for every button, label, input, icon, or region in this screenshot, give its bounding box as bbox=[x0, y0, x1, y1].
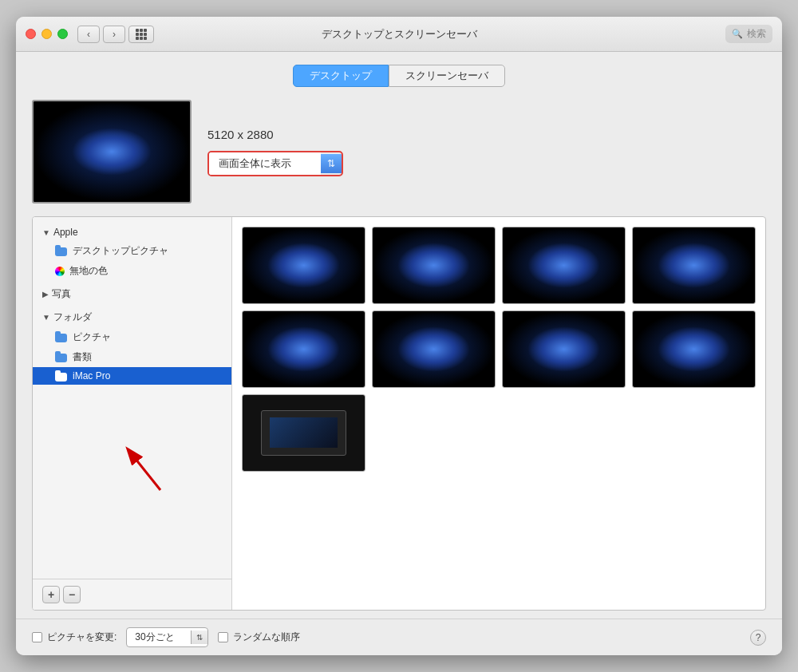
tab-screensaver[interactable]: スクリーンセーバ bbox=[389, 65, 505, 87]
sidebar-item-pictures[interactable]: ピクチャ bbox=[33, 327, 231, 347]
interval-label: 30分ごと bbox=[127, 628, 191, 646]
segment-control: デスクトップ スクリーンセーバ bbox=[293, 65, 505, 87]
remove-folder-button[interactable]: − bbox=[63, 586, 81, 603]
wallpaper-thumb-4[interactable] bbox=[632, 227, 756, 304]
change-picture-label: ピクチャを変更: bbox=[47, 630, 117, 644]
sidebar-photos-label: 写真 bbox=[52, 287, 71, 301]
sidebar-section-folders: ▼ フォルダ ピクチャ bbox=[33, 307, 231, 385]
sidebar-pictures-label: ピクチャ bbox=[73, 330, 111, 344]
grid-icon bbox=[136, 29, 147, 40]
preview-area: 5120 x 2880 画面全体に表示 ⇅ bbox=[32, 100, 766, 204]
preview-image bbox=[34, 101, 190, 202]
sidebar-apple-label: Apple bbox=[53, 227, 78, 238]
window-title: デスクトップとスクリーンセーバ bbox=[322, 27, 477, 42]
sidebar-footer: + − bbox=[33, 579, 231, 610]
sidebar-item-documents[interactable]: 書類 bbox=[33, 347, 231, 367]
maximize-button[interactable] bbox=[57, 29, 68, 39]
add-folder-button[interactable]: + bbox=[42, 586, 60, 603]
folder-icon-documents bbox=[55, 352, 68, 362]
sidebar-content: ▼ Apple デスクトップピクチャ 無地の色 bbox=[33, 217, 231, 579]
sidebar-header-apple[interactable]: ▼ Apple bbox=[33, 223, 231, 241]
wallpaper-thumb-8[interactable] bbox=[632, 310, 756, 388]
preview-info: 5120 x 2880 画面全体に表示 ⇅ bbox=[207, 128, 343, 176]
wallpaper-thumb-2[interactable] bbox=[372, 227, 496, 304]
folder-icon-pictures bbox=[55, 332, 68, 342]
interval-arrow-icon[interactable]: ⇅ bbox=[191, 630, 207, 644]
random-order-row: ランダムな順序 bbox=[218, 630, 300, 644]
random-order-label: ランダムな順序 bbox=[233, 630, 300, 644]
preview-thumbnail bbox=[32, 100, 192, 204]
sidebar-folders-label: フォルダ bbox=[53, 310, 92, 324]
help-button[interactable]: ? bbox=[750, 630, 766, 646]
space-glow-decoration bbox=[72, 128, 152, 176]
fit-arrow-icon[interactable]: ⇅ bbox=[321, 154, 342, 173]
sidebar-item-desktop-pictures[interactable]: デスクトップピクチャ bbox=[33, 241, 231, 261]
sidebar-item-solid-colors[interactable]: 無地の色 bbox=[33, 261, 231, 281]
wallpaper-thumb-6[interactable] bbox=[372, 310, 496, 388]
wallpaper-grid bbox=[232, 217, 765, 610]
random-order-checkbox[interactable] bbox=[218, 632, 228, 642]
expand-icon-photos: ▶ bbox=[42, 290, 49, 298]
forward-button[interactable]: › bbox=[103, 26, 125, 43]
nav-buttons: ‹ › bbox=[77, 26, 125, 43]
titlebar: ‹ › デスクトップとスクリーンセーバ 🔍 検索 bbox=[16, 17, 782, 52]
main-content: デスクトップ スクリーンセーバ 5120 x 2880 画面全体に表示 ⇅ bbox=[16, 52, 782, 619]
grid-view-button[interactable] bbox=[128, 26, 154, 43]
search-label: 検索 bbox=[747, 27, 766, 41]
resolution-label: 5120 x 2880 bbox=[207, 128, 343, 141]
wallpaper-thumb-7[interactable] bbox=[502, 310, 626, 388]
color-wheel-icon bbox=[55, 267, 65, 276]
folder-icon-imac-pro bbox=[55, 371, 68, 381]
sidebar-desktop-pictures-label: デスクトップピクチャ bbox=[73, 244, 168, 258]
expand-icon: ▼ bbox=[42, 228, 50, 237]
folder-icon bbox=[55, 246, 68, 256]
sidebar-documents-label: 書類 bbox=[73, 350, 92, 364]
sidebar-section-photos: ▶ 写真 bbox=[33, 284, 231, 304]
interval-dropdown[interactable]: 30分ごと ⇅ bbox=[126, 627, 208, 647]
split-area: ▼ Apple デスクトップピクチャ 無地の色 bbox=[32, 216, 766, 611]
wallpaper-thumb-9[interactable] bbox=[242, 394, 365, 472]
close-button[interactable] bbox=[26, 29, 36, 39]
fit-dropdown[interactable]: 画面全体に表示 ⇅ bbox=[207, 151, 343, 176]
main-window: ‹ › デスクトップとスクリーンセーバ 🔍 検索 デスクトップ スクリーンセーバ bbox=[16, 17, 782, 655]
sidebar-section-apple: ▼ Apple デスクトップピクチャ 無地の色 bbox=[33, 223, 231, 281]
search-icon: 🔍 bbox=[732, 29, 743, 39]
expand-icon-folders: ▼ bbox=[42, 313, 50, 322]
tab-desktop[interactable]: デスクトップ bbox=[293, 65, 389, 87]
sidebar: ▼ Apple デスクトップピクチャ 無地の色 bbox=[33, 217, 232, 610]
change-picture-row: ピクチャを変更: bbox=[32, 630, 117, 644]
bottom-bar: ピクチャを変更: 30分ごと ⇅ ランダムな順序 ? bbox=[16, 619, 782, 655]
wallpaper-thumb-3[interactable] bbox=[502, 227, 626, 304]
search-box[interactable]: 🔍 検索 bbox=[725, 25, 772, 43]
traffic-lights bbox=[26, 29, 68, 39]
minimize-button[interactable] bbox=[41, 29, 52, 39]
change-picture-checkbox[interactable] bbox=[32, 632, 42, 642]
wallpaper-thumb-5[interactable] bbox=[242, 310, 365, 388]
wallpaper-thumb-1[interactable] bbox=[242, 227, 365, 304]
sidebar-imac-pro-label: iMac Pro bbox=[73, 370, 110, 381]
sidebar-solid-colors-label: 無地の色 bbox=[69, 264, 108, 278]
back-button[interactable]: ‹ bbox=[77, 26, 100, 43]
fit-label: 画面全体に表示 bbox=[209, 152, 321, 175]
sidebar-header-photos[interactable]: ▶ 写真 bbox=[33, 284, 231, 304]
sidebar-header-folders[interactable]: ▼ フォルダ bbox=[33, 307, 231, 327]
sidebar-item-imac-pro[interactable]: iMac Pro bbox=[33, 367, 231, 385]
